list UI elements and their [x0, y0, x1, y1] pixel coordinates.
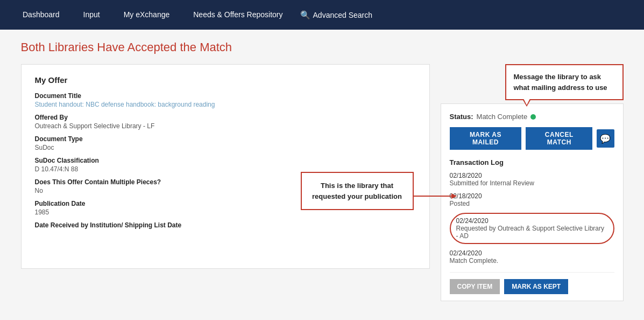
txn-entry-2-highlighted: 02/24/2020 Requested by Outreach & Suppo…: [450, 213, 614, 244]
nav-dashboard[interactable]: Dashboard: [11, 0, 72, 30]
status-label: Status:: [450, 113, 473, 121]
mid-callout-box: This is the library that requested your …: [301, 172, 414, 210]
field-value-0: Student handout: NBC defense handbook: b…: [35, 101, 416, 108]
top-callout-box: Message the library to ask what mailing …: [505, 64, 624, 100]
txn-date-0: 02/18/2020: [450, 172, 614, 179]
txn-date-1: 02/18/2020: [450, 192, 614, 200]
right-panel: Message the library to ask what mailing …: [441, 64, 624, 301]
action-buttons-row: MARK AS MAILED CANCEL MATCH 💬: [450, 127, 614, 150]
txn-entry-3: 02/24/2020 Match Complete.: [450, 249, 614, 265]
field-value-1: Outreach & Support Selective Library - L…: [35, 122, 416, 130]
offer-panel: My Offer Document Title Student handout:…: [21, 64, 430, 269]
field-label-3: SuDoc Classification: [35, 157, 416, 164]
copy-item-button[interactable]: COPY ITEM: [450, 279, 500, 294]
txn-desc-3: Match Complete.: [450, 257, 614, 265]
txn-desc-0: Submitted for Internal Review: [450, 179, 614, 187]
mid-callout-arrow: [414, 188, 457, 204]
txn-desc-2: Requested by Outreach & Support Selectiv…: [456, 225, 608, 240]
svg-marker-1: [451, 193, 457, 199]
nav-needs-offers[interactable]: Needs & Offers Repository: [181, 0, 294, 30]
mark-kept-button[interactable]: MARK AS KEPT: [504, 279, 568, 294]
status-section: Status: Match Complete MARK AS MAILED CA…: [441, 103, 624, 301]
bottom-buttons-row: COPY ITEM MARK AS KEPT: [450, 272, 614, 294]
mark-mailed-button[interactable]: MARK AS MAILED: [450, 127, 522, 150]
txn-entry-1: 02/18/2020 Posted: [450, 192, 614, 207]
mid-callout-wrapper: This is the library that requested your …: [301, 172, 414, 210]
txn-date-3: 02/24/2020: [450, 249, 614, 257]
top-callout-arrow-inner: [523, 99, 530, 105]
status-indicator: [530, 114, 536, 120]
page-title: Both Libraries Have Accepted the Match: [21, 40, 624, 54]
txn-desc-1: Posted: [450, 200, 614, 207]
txn-entry-0: 02/18/2020 Submitted for Internal Review: [450, 172, 614, 187]
field-label-6: Date Received by Institution/ Shipping L…: [35, 221, 416, 229]
search-icon: 🔍: [300, 10, 310, 20]
main-container: Both Libraries Have Accepted the Match M…: [10, 30, 634, 312]
nav-advanced-search[interactable]: 🔍 Advanced Search: [300, 10, 373, 20]
status-value: Match Complete: [477, 113, 528, 121]
top-callout-container: Message the library to ask what mailing …: [441, 64, 624, 100]
nav-input[interactable]: Input: [72, 0, 112, 30]
status-row: Status: Match Complete: [450, 113, 614, 121]
field-label-2: Document Type: [35, 135, 416, 143]
field-label-0: Document Title: [35, 92, 416, 100]
transaction-log-title: Transaction Log: [450, 158, 614, 166]
message-button[interactable]: 💬: [597, 129, 614, 148]
field-label-1: Offered By: [35, 114, 416, 121]
field-value-2: SuDoc: [35, 144, 416, 151]
offer-section-title: My Offer: [35, 75, 416, 85]
cancel-match-button[interactable]: CANCEL MATCH: [526, 127, 592, 150]
txn-date-2: 02/24/2020: [456, 217, 608, 225]
message-icon: 💬: [600, 134, 611, 144]
nav-my-exchange[interactable]: My eXchange: [112, 0, 182, 30]
navigation: Dashboard Input My eXchange Needs & Offe…: [0, 0, 644, 30]
